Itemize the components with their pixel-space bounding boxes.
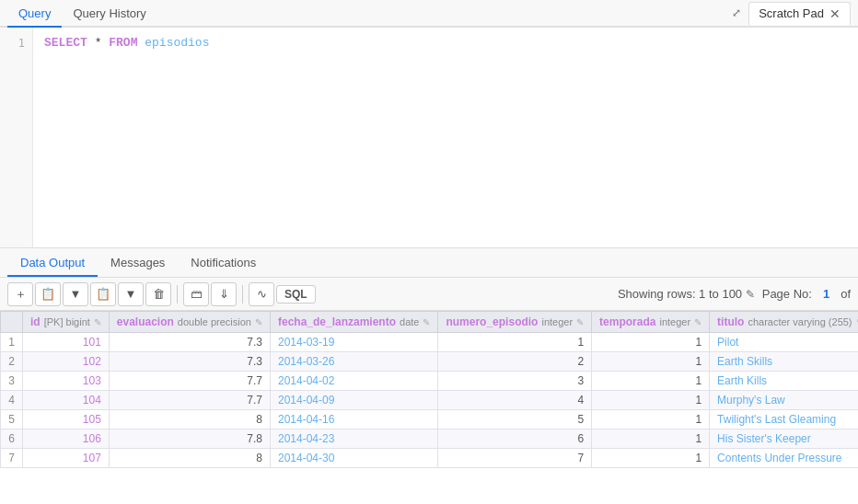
cell-titulo: His Sister's Keeper xyxy=(710,430,858,449)
sql-button[interactable]: SQL xyxy=(276,285,316,304)
data-section: Data Output Messages Notifications ＋ 📋 ▼… xyxy=(0,248,858,504)
cell-titulo: Earth Kills xyxy=(710,372,858,391)
cell-fecha: 2014-04-30 xyxy=(270,449,437,468)
cell-evaluacion: 7.7 xyxy=(109,372,270,391)
col-titulo: titulo character varying (255) ✎ xyxy=(710,312,858,333)
query-editor[interactable]: 1 SELECT * FROM episodios xyxy=(0,28,858,248)
kw-select: SELECT xyxy=(44,36,87,50)
col-fecha-type: date xyxy=(400,316,419,327)
col-rownum xyxy=(1,312,23,333)
cell-id: 107 xyxy=(23,449,110,468)
row-number: 6 xyxy=(1,430,23,449)
cell-titulo: Earth Skills xyxy=(710,352,858,372)
cell-evaluacion: 8 xyxy=(109,449,270,468)
edit-rows-icon[interactable]: ✎ xyxy=(746,288,755,301)
scratch-pad-close-icon[interactable]: ✕ xyxy=(829,6,841,21)
export-button[interactable]: ⇓ xyxy=(211,282,237,306)
kw-from: FROM xyxy=(109,36,137,50)
toolbar-separator-2 xyxy=(242,285,243,304)
row-number: 2 xyxy=(1,352,23,372)
add-row-button[interactable]: ＋ xyxy=(7,282,33,306)
col-numero-type: integer xyxy=(541,316,573,327)
col-fecha-name: fecha_de_lanzamiento xyxy=(278,315,396,328)
col-evaluacion-name: evaluacion xyxy=(117,315,174,328)
line-numbers: 1 xyxy=(0,28,33,247)
cell-evaluacion: 7.3 xyxy=(109,333,270,352)
col-id: id [PK] bigint ✎ xyxy=(23,312,110,333)
row-number: 4 xyxy=(1,391,23,410)
cell-fecha: 2014-03-26 xyxy=(270,352,437,372)
paste-icon: 📋 xyxy=(96,287,110,301)
col-fecha-edit-icon[interactable]: ✎ xyxy=(423,317,430,327)
data-table-wrapper: id [PK] bigint ✎ evaluacion double preci… xyxy=(0,311,858,504)
top-tabs-right: ⤢ Scratch Pad ✕ xyxy=(732,2,851,25)
cell-temporada: 1 xyxy=(592,352,710,372)
cell-evaluacion: 7.8 xyxy=(109,430,270,449)
row-number: 3 xyxy=(1,372,23,391)
tab-query-history[interactable]: Query History xyxy=(62,1,157,28)
col-numero-edit-icon[interactable]: ✎ xyxy=(576,317,584,327)
table-row[interactable]: 4 104 7.7 2014-04-09 4 1 Murphy's Law 1 xyxy=(1,391,859,410)
cell-temporada: 1 xyxy=(592,333,710,352)
row-number: 5 xyxy=(1,410,23,430)
tab-notifications[interactable]: Notifications xyxy=(178,250,269,277)
row-number: 7 xyxy=(1,449,23,468)
col-evaluacion: evaluacion double precision ✎ xyxy=(109,312,270,333)
table-row[interactable]: 7 107 8 2014-04-30 7 1 Contents Under Pr… xyxy=(1,449,859,468)
chevron-down-icon: ▼ xyxy=(70,287,82,301)
col-titulo-name: titulo xyxy=(717,315,744,328)
top-tabs-left: Query Query History xyxy=(7,1,157,26)
cell-titulo: Twilight's Last Gleaming xyxy=(710,410,858,430)
tab-query[interactable]: Query xyxy=(7,1,62,28)
toolbar-separator-1 xyxy=(177,285,178,304)
cell-numero: 7 xyxy=(438,449,592,468)
editor-content[interactable]: SELECT * FROM episodios xyxy=(33,28,858,247)
table-row[interactable]: 3 103 7.7 2014-04-02 3 1 Earth Kills 1 xyxy=(1,372,859,391)
col-temporada: temporada integer ✎ xyxy=(592,312,710,333)
expand-icon[interactable]: ⤢ xyxy=(732,6,741,19)
cell-temporada: 1 xyxy=(592,372,710,391)
col-id-edit-icon[interactable]: ✎ xyxy=(94,317,101,327)
rows-showing: Showing rows: 1 to 100 ✎ xyxy=(618,287,755,301)
cell-numero: 5 xyxy=(438,410,592,430)
page-number: 1 xyxy=(823,287,829,301)
tab-data-output[interactable]: Data Output xyxy=(7,250,98,277)
cell-titulo: Contents Under Pressure xyxy=(710,449,858,468)
paste-button[interactable]: 📋 xyxy=(90,282,116,306)
paste-dropdown-button[interactable]: ▼ xyxy=(118,282,144,306)
copy-button[interactable]: 📋 xyxy=(35,282,61,306)
page-label: Page No: xyxy=(762,287,812,301)
table-row[interactable]: 5 105 8 2014-04-16 5 1 Twilight's Last G… xyxy=(1,410,859,430)
top-tab-bar: Query Query History ⤢ Scratch Pad ✕ xyxy=(0,0,858,28)
col-temporada-edit-icon[interactable]: ✎ xyxy=(694,317,701,327)
col-numero-name: numero_episodio xyxy=(446,315,538,328)
scratch-pad-tab[interactable]: Scratch Pad ✕ xyxy=(748,2,851,25)
cell-id: 104 xyxy=(23,391,110,410)
chart-button[interactable]: ∿ xyxy=(249,282,274,306)
cell-temporada: 1 xyxy=(592,391,710,410)
chevron-down-icon-2: ▼ xyxy=(125,287,137,301)
cell-temporada: 1 xyxy=(592,430,710,449)
import-button[interactable]: 🗃 xyxy=(183,282,209,306)
table-row[interactable]: 2 102 7.3 2014-03-26 2 1 Earth Skills 1 xyxy=(1,352,859,372)
row-number: 1 xyxy=(1,333,23,352)
add-icon: ＋ xyxy=(15,286,27,303)
col-titulo-type: character varying (255) xyxy=(748,316,852,327)
cell-numero: 3 xyxy=(438,372,592,391)
cell-titulo: Murphy's Law xyxy=(710,391,858,410)
table-row[interactable]: 6 106 7.8 2014-04-23 6 1 His Sister's Ke… xyxy=(1,430,859,449)
data-toolbar: ＋ 📋 ▼ 📋 ▼ 🗑 🗃 ⇓ ∿ SQL Showin xyxy=(0,278,858,311)
cell-numero: 1 xyxy=(438,333,592,352)
col-evaluacion-type: double precision xyxy=(178,316,251,327)
col-temporada-type: integer xyxy=(659,316,690,327)
tab-messages[interactable]: Messages xyxy=(98,250,178,277)
cell-id: 103 xyxy=(23,372,110,391)
data-table: id [PK] bigint ✎ evaluacion double preci… xyxy=(0,311,858,468)
delete-button[interactable]: 🗑 xyxy=(145,282,171,306)
copy-dropdown-button[interactable]: ▼ xyxy=(63,282,88,306)
col-evaluacion-edit-icon[interactable]: ✎ xyxy=(255,317,262,327)
copy-icon: 📋 xyxy=(41,287,55,301)
col-fecha: fecha_de_lanzamiento date ✎ xyxy=(270,312,437,333)
table-row[interactable]: 1 101 7.3 2014-03-19 1 1 Pilot 1 xyxy=(1,333,859,352)
scratch-pad-label: Scratch Pad xyxy=(759,6,824,20)
